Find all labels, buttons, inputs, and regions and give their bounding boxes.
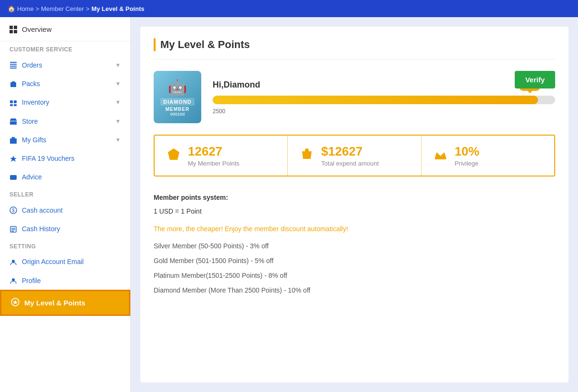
svg-rect-13	[10, 138, 17, 140]
sidebar-item-cash-account[interactable]: $ Cash account	[0, 201, 130, 219]
stat-label-privilege: Privilege	[455, 160, 480, 167]
tier-platinum: Platinum Member(1501-2500 Points) - 8% o…	[154, 270, 555, 282]
my-level-icon	[11, 298, 20, 308]
svg-rect-17	[11, 178, 14, 178]
profile-label: Profile	[22, 277, 41, 284]
system-title: Member points system:	[154, 192, 555, 204]
user-section: 🤖 DIAMOND MEMBER 00010d Hi,Diamond 12627	[154, 71, 555, 123]
inventory-icon	[10, 98, 17, 107]
accent-bar	[154, 38, 156, 51]
svg-rect-8	[10, 100, 13, 103]
sidebar-item-advice[interactable]: Advice	[0, 168, 130, 186]
svg-marker-14	[10, 156, 17, 162]
stat-card-expend: $12627 Total expend amount	[288, 136, 421, 176]
stat-value-expend: $12627	[321, 144, 379, 159]
sidebar-item-my-level-points[interactable]: My Level & Points	[0, 290, 130, 316]
home-icon: 🏠	[8, 5, 15, 12]
svg-marker-27	[168, 148, 179, 160]
bag-icon	[299, 147, 314, 165]
svg-text:$: $	[12, 208, 15, 213]
page-title: My Level & Points	[160, 39, 250, 51]
svg-rect-12	[10, 139, 17, 144]
crown-icon	[433, 147, 448, 165]
svg-rect-23	[11, 231, 14, 232]
svg-marker-28	[435, 152, 446, 158]
svg-rect-29	[435, 158, 446, 159]
sidebar-section-customer-service: CUSTOMER SERVICE	[0, 41, 130, 56]
sidebar-item-orders[interactable]: Orders ▼	[0, 56, 130, 74]
promo-line: The more, the cheaper! Enjoy the member …	[154, 223, 555, 235]
progress-bar-fill: 12627	[213, 96, 538, 104]
orders-icon	[10, 61, 17, 69]
store-arrow: ▼	[115, 118, 121, 125]
verify-button[interactable]: Verify	[515, 71, 555, 88]
svg-rect-22	[11, 229, 15, 230]
gifts-icon	[10, 136, 17, 144]
vouchers-icon	[10, 155, 17, 163]
info-section: Member points system: 1 USD = 1 Point Th…	[154, 192, 555, 296]
stat-value-privilege: 10%	[455, 144, 480, 159]
inventory-label: Inventory	[22, 98, 49, 106]
svg-rect-0	[10, 26, 13, 29]
cash-history-icon	[10, 225, 17, 233]
orders-arrow: ▼	[115, 62, 121, 69]
tier-diamond: Diamond Member (More Than 2500 Points) -…	[154, 284, 555, 296]
cash-history-label: Cash History	[22, 225, 60, 233]
tier-gold: Gold Member (501-1500 Points) - 5% off	[154, 255, 555, 267]
breadcrumb-home[interactable]: Home	[17, 5, 34, 12]
inventory-arrow: ▼	[115, 99, 121, 106]
svg-rect-6	[10, 66, 17, 67]
sidebar-item-origin-email[interactable]: Origin Account Email	[0, 253, 130, 271]
svg-rect-11	[14, 104, 17, 106]
overview-icon	[10, 25, 17, 33]
card-id: 00010d	[170, 112, 185, 117]
breadcrumb-member-center[interactable]: Member Center	[41, 5, 84, 12]
sidebar-item-packs[interactable]: Packs ▼	[0, 74, 130, 93]
robot-icon: 🤖	[168, 78, 187, 96]
usd-line: 1 USD = 1 Point	[154, 206, 555, 217]
stat-card-privilege: 10% Privilege	[421, 136, 554, 176]
sidebar-item-inventory[interactable]: Inventory ▼	[0, 93, 130, 112]
stat-label-expend: Total expend amount	[321, 160, 379, 167]
svg-rect-10	[10, 104, 13, 106]
sidebar-item-overview[interactable]: Overview	[0, 17, 130, 41]
svg-rect-5	[10, 64, 17, 65]
vouchers-label: FIFA 19 Vouchers	[22, 155, 75, 162]
origin-email-icon	[10, 258, 17, 266]
stat-label-points: My Member Points	[188, 160, 239, 167]
svg-rect-4	[10, 62, 17, 63]
sidebar-item-profile[interactable]: Profile	[0, 271, 130, 290]
stat-card-points: 12627 My Member Points	[155, 136, 288, 176]
page-title-bar: My Level & Points	[154, 38, 555, 59]
sidebar-section-setting: SETTING	[0, 238, 130, 253]
svg-rect-7	[10, 68, 17, 69]
store-icon	[10, 117, 17, 125]
advice-icon	[10, 173, 17, 181]
svg-rect-15	[10, 175, 17, 180]
tier-silver: Silver Member (50-500 Points) - 3% off	[154, 240, 555, 252]
sidebar-item-cash-history[interactable]: Cash History	[0, 219, 130, 238]
sidebar-item-my-gifts[interactable]: My Gifts ▼	[0, 130, 130, 149]
svg-rect-1	[14, 26, 17, 29]
svg-point-24	[12, 260, 15, 263]
gifts-arrow: ▼	[115, 137, 121, 143]
card-member-label: DIAMOND	[160, 98, 195, 106]
user-greeting: Hi,Diamond	[213, 80, 555, 90]
cash-account-icon: $	[10, 206, 17, 214]
orders-label: Orders	[22, 61, 42, 69]
sidebar-item-store[interactable]: Store ▼	[0, 112, 130, 130]
progress-container: 12627	[213, 96, 555, 104]
svg-rect-2	[10, 30, 13, 33]
my-level-label: My Level & Points	[24, 299, 85, 307]
card-sub-label: MEMBER	[166, 107, 189, 112]
sidebar-section-seller: SELLER	[0, 186, 130, 201]
sidebar-item-fifa-vouchers[interactable]: FIFA 19 Vouchers	[0, 149, 130, 168]
gifts-label: My Gifts	[22, 136, 46, 144]
overview-label: Overview	[22, 25, 52, 33]
svg-point-25	[12, 278, 15, 281]
packs-label: Packs	[22, 80, 40, 88]
user-info: Hi,Diamond 12627 2500	[213, 80, 555, 115]
main-content: My Level & Points 🤖 DIAMOND MEMBER 00010…	[131, 17, 578, 392]
stats-row: 12627 My Member Points $12627 Total expe…	[154, 135, 555, 176]
origin-email-label: Origin Account Email	[22, 258, 84, 265]
